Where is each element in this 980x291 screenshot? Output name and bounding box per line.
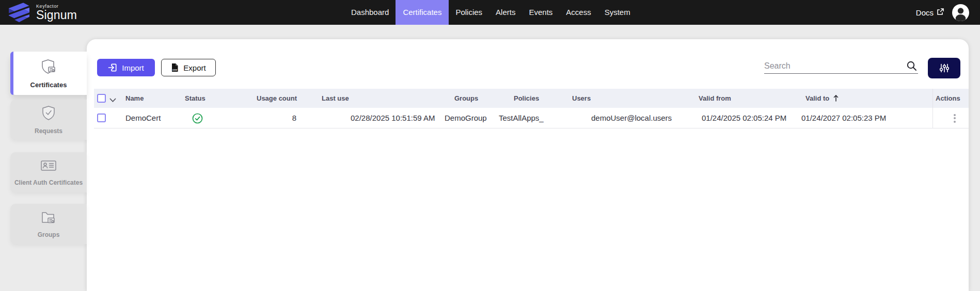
navbar-right: Docs [916,0,969,25]
nav-item-access[interactable]: Access [559,0,597,25]
import-button-label: Import [122,63,144,72]
cell-users: demoUser@local.users [591,108,672,128]
brand-signum-label: Signum [36,9,77,21]
column-header-policies[interactable]: Policies [514,89,539,108]
column-header-groups[interactable]: Groups [454,89,478,108]
search-field [764,59,918,74]
search-input[interactable] [764,59,903,73]
sidebar-item-label: Requests [35,127,62,135]
column-header-status[interactable]: Status [185,89,206,108]
sidebar-item-certificates[interactable]: Certificates [10,52,87,95]
cell-usage-count: 8 [257,108,296,128]
nav-item-alerts[interactable]: Alerts [489,0,522,25]
select-all-checkbox[interactable] [97,94,106,103]
import-button[interactable]: Import [97,59,155,76]
search-icon[interactable] [906,60,917,73]
sidebar-item-groups[interactable]: Groups [10,204,87,244]
chevron-down-icon[interactable] [109,95,116,105]
nav-item-system[interactable]: System [598,0,637,25]
sort-ascending-arrow-icon [833,90,839,109]
brand-text: Keyfactor Signum [36,4,77,21]
keyfactor-hexagon-logo-icon [7,1,31,24]
external-link-icon [937,8,944,17]
user-avatar[interactable] [952,4,969,21]
column-header-name[interactable]: Name [125,89,144,108]
nav-item-policies[interactable]: Policies [449,0,489,25]
nav-item-events[interactable]: Events [522,0,559,25]
shield-certificate-icon [40,58,57,77]
shield-check-icon [40,105,57,123]
actions-column-separator [932,89,933,128]
top-navbar: Keyfactor Signum Dashboard Certificates … [0,0,980,25]
sidebar-item-label: Certificates [30,81,67,89]
column-header-usage-count[interactable]: Usage count [257,89,297,108]
certificates-panel: Import csv Export [87,39,969,291]
column-header-actions: Actions [936,89,960,108]
sidebar-item-label: Client Auth Certificates [14,179,83,186]
docs-label: Docs [916,8,934,17]
filter-columns-button[interactable] [928,58,960,78]
cell-name: DemoCert [125,108,161,128]
id-card-icon [40,158,57,175]
row-checkbox[interactable] [97,114,106,122]
export-button[interactable]: csv Export [161,59,216,76]
sidebar-item-label: Groups [38,231,60,238]
file-csv-icon: csv [171,63,179,72]
nav-item-certificates[interactable]: Certificates [396,0,449,25]
cell-last-use: 02/28/2025 10:51:59 AM [351,108,435,128]
sidebar-item-client-auth-certificates[interactable]: Client Auth Certificates [10,152,87,192]
export-button-label: Export [183,63,206,72]
table-row-democert[interactable]: DemoCert 8 02/28/2025 10:51:59 AM DemoGr… [94,108,969,128]
cell-policies: TestAllApps_ [499,108,544,128]
cell-groups: DemoGroup [445,108,487,128]
folder-certificate-icon [40,209,57,227]
column-header-last-use[interactable]: Last use [322,89,349,108]
table-header-row: Name Status Usage count Last use Groups … [94,89,969,108]
column-header-valid-to[interactable]: Valid to [805,89,839,108]
sliders-filter-icon [939,63,950,73]
row-actions-kebab-menu[interactable] [949,112,961,124]
valid-to-label: Valid to [805,94,829,102]
cell-valid-to: 01/24/2027 02:05:23 PM [801,108,886,128]
nav-item-dashboard[interactable]: Dashboard [344,0,396,25]
sidebar-item-requests[interactable]: Requests [10,100,87,140]
cell-valid-from: 01/24/2025 02:05:24 PM [702,108,786,128]
column-header-valid-from[interactable]: Valid from [699,89,731,108]
brand-keyfactor-label: Keyfactor [36,4,77,9]
docs-link[interactable]: Docs [916,8,944,17]
svg-text:csv: csv [172,68,177,71]
brand-logo[interactable]: Keyfactor Signum [7,0,77,25]
import-icon [108,63,117,72]
status-valid-icon [192,113,203,126]
main-navigation: Dashboard Certificates Policies Alerts E… [344,0,637,25]
column-header-users[interactable]: Users [572,89,591,108]
